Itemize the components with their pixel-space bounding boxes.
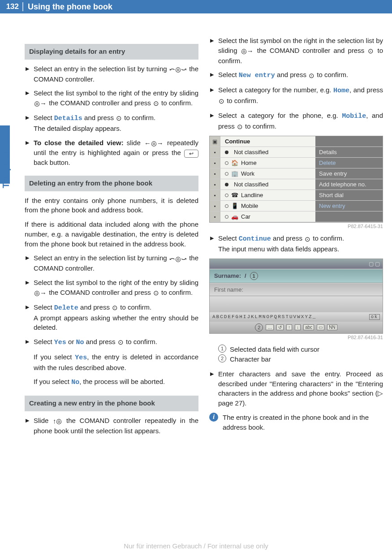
callout-2-icon: 2 [255, 323, 263, 332]
slide-right-icon: ◎→ [241, 46, 254, 56]
press-icon: ⊙ [309, 71, 314, 81]
ui-no: No [76, 339, 84, 346]
slide-lr-icon: ←◎→ [144, 138, 164, 148]
section-title-display-details: Displaying details for an entry [25, 44, 198, 60]
step: Enter characters and save the entry. Pro… [209, 369, 383, 408]
ui-continue: Continue [239, 235, 271, 243]
ui-mobile: Mobile [342, 112, 366, 120]
step: Select Continue and press ⊙ to confirm. … [209, 233, 383, 254]
press-icon: ⊙ [219, 96, 224, 106]
press-icon: ⊙ [112, 303, 118, 313]
fig2-surname-field: Surname:/1 [210, 269, 383, 283]
press-icon: ⊙ [305, 234, 310, 244]
back-button-icon: ↩ [184, 150, 198, 158]
ui-yes: Yes [54, 339, 66, 346]
press-icon: ⊙ [237, 122, 243, 132]
press-icon: ⊙ [116, 113, 122, 123]
header-divider [22, 2, 23, 11]
step: Select an entry in the selection list by… [25, 64, 198, 84]
step: Select Delete and press ⊙ to confirm. A … [25, 302, 198, 332]
figure-input-menu: ▢ ▢ Surname:/1 First name: ABCDEFGHIJKLM… [209, 259, 383, 334]
info-note: i The entry is created in the phone book… [209, 413, 383, 432]
paragraph: If you select Yes, the entry is deleted … [25, 352, 198, 373]
slide-right-icon: ◎→ [34, 288, 47, 298]
press-icon: ⊙ [368, 46, 374, 56]
page-number: 132 [0, 2, 22, 11]
section-title-creating: Creating a new entry in the phone book [25, 396, 198, 411]
turn-icon: ⤺◎⤻ [169, 65, 187, 74]
step: Select an entry in the selection list by… [25, 253, 198, 273]
paragraph: If the entry contains only phone numbers… [25, 196, 198, 216]
ui-new-entry: New entry [239, 72, 275, 79]
step: Select a category for the number, e.g. H… [209, 85, 383, 106]
chapter-title: Using the phone book [23, 2, 112, 12]
figure-category-menu: ▣Continue▪Not classifiedDetails▪🏠HomeDel… [209, 136, 383, 223]
footer-watermark: Nur für internen Gebrauch / For internal… [0, 542, 392, 550]
figure-legend: 1Selected data field with cursor 2Charac… [218, 345, 383, 365]
fig2-symbol-row: 2 …↺↑↓abc▭NN [210, 322, 383, 333]
section-title-deleting: Deleting an entry from the phone book [25, 176, 198, 191]
side-label: Telephone [1, 144, 11, 188]
step: Select the list symbol on the right in t… [209, 36, 383, 65]
slide-up-icon: ↑◎ [53, 416, 62, 426]
figure-caption: P82.87-6415-31 [209, 224, 383, 229]
step: To close the detailed view: slide ←◎→ re… [25, 138, 198, 168]
figure-caption: P82.87-6416-31 [209, 335, 383, 340]
info-icon: i [209, 413, 218, 422]
callout-1-icon: 1 [250, 272, 258, 280]
ui-home: Home [333, 87, 349, 95]
step: Slide ↑◎ the COMAND controller repeatedl… [25, 416, 198, 436]
paragraph: If you select No, the process will be ab… [25, 377, 198, 388]
step: Select Yes or No and press ⊙ to confirm. [25, 337, 198, 348]
press-icon: ⊙ [153, 99, 159, 108]
step: Select a category for the phone, e.g. Mo… [209, 111, 383, 132]
paragraph: If there is additional data included alo… [25, 220, 198, 249]
ui-delete: Delete [54, 304, 78, 312]
step: Select the list symbol to the right of t… [25, 278, 198, 298]
press-icon: ⊙ [153, 288, 159, 298]
step: Select Details and press ⊙ to confirm. T… [25, 113, 198, 134]
fig2-firstname-field: First name: [210, 283, 383, 296]
turn-icon: ⤺◎⤻ [169, 254, 187, 264]
press-icon: ⊙ [118, 337, 124, 347]
slide-right-icon: ◎→ [34, 99, 47, 108]
fig2-topbar: ▢ ▢ [210, 259, 383, 269]
step: Select New entry and press ⊙ to confirm. [209, 70, 383, 81]
step: Select the list symbol to the right of t… [25, 88, 198, 108]
ui-details: Details [54, 115, 82, 122]
fig2-character-bar: ABCDEFGHIJKLMNOPQRSTUVWXYZ_ok [210, 312, 383, 322]
page-header: 132 Using the phone book [0, 0, 392, 13]
